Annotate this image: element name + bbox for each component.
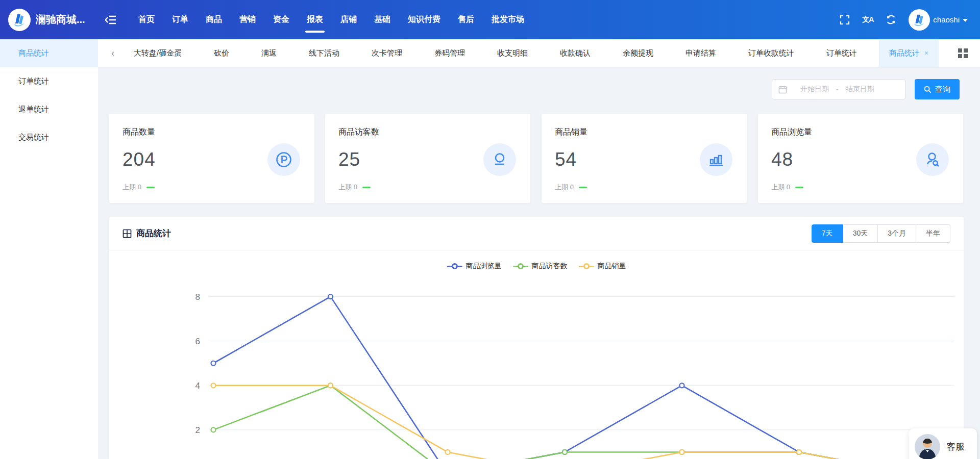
stat-card-title: 商品浏览量 xyxy=(771,127,950,138)
collapse-sidebar-icon[interactable] xyxy=(105,15,116,25)
main-menu: 首页 订单 商品 营销 资金 报表 店铺 基础 知识付费 售后 批发市场 xyxy=(130,0,533,39)
trend-dash-icon xyxy=(362,187,371,188)
sidebar-item-goods-stats[interactable]: 商品统计 xyxy=(0,39,98,67)
trend-dash-icon xyxy=(795,187,803,188)
tab-label: 商品统计 xyxy=(889,48,920,58)
svg-text:4: 4 xyxy=(195,381,200,391)
tab-order-stats[interactable]: 订单统计 xyxy=(816,39,867,67)
stat-card-visitors: 商品访客数 25 上期 0 xyxy=(325,114,530,203)
app-logo-icon xyxy=(8,9,31,31)
stat-card-prev: 上期 0 xyxy=(555,183,587,192)
stat-card-title: 商品数量 xyxy=(122,127,301,138)
svg-text:2: 2 xyxy=(195,425,200,435)
user-search-icon xyxy=(916,143,949,176)
start-date-placeholder: 开始日期 xyxy=(800,85,829,94)
close-tab-icon[interactable]: × xyxy=(924,49,928,57)
fullscreen-icon[interactable] xyxy=(840,15,850,25)
bar-chart-icon xyxy=(700,143,732,176)
query-button-label: 查询 xyxy=(935,85,950,94)
menu-item-basics[interactable]: 基础 xyxy=(365,0,399,39)
app-title: 澜驰商城... xyxy=(36,13,85,27)
stat-card-title: 商品访客数 xyxy=(338,127,517,138)
support-agent-avatar xyxy=(915,434,940,459)
query-button[interactable]: 查询 xyxy=(915,79,960,99)
top-navbar: 澜驰商城... 首页 订单 商品 营销 资金 报表 店铺 基础 知识付费 售后 … xyxy=(0,0,980,39)
menu-item-home[interactable]: 首页 xyxy=(130,0,163,39)
chevron-down-icon xyxy=(963,19,968,22)
svg-text:8: 8 xyxy=(195,292,200,302)
open-tabs-bar: ‹ 大转盘/砸金蛋 砍价 满返 线下活动 次卡管理 券码管理 收支明细 收款确认… xyxy=(98,39,980,67)
trend-dash-icon xyxy=(146,187,155,188)
visitor-icon xyxy=(483,143,516,176)
tabs-scroll-left-icon[interactable]: ‹ xyxy=(98,48,124,59)
tab-apply-settlement[interactable]: 申请结算 xyxy=(675,39,726,67)
stat-card-title: 商品销量 xyxy=(555,127,733,138)
refresh-icon[interactable] xyxy=(886,14,896,25)
tab-full-return[interactable]: 满返 xyxy=(251,39,287,67)
tab-goods-stats[interactable]: 商品统计 × xyxy=(879,39,939,67)
svg-text:6: 6 xyxy=(195,337,200,346)
menu-item-goods[interactable]: 商品 xyxy=(197,0,231,39)
tab-balance-withdraw[interactable]: 余额提现 xyxy=(612,39,664,67)
goods-stats-chart-card: 商品统计 7天 30天 3个月 半年 商品浏览量商品访客数商品销量 2468 xyxy=(109,217,964,459)
trend-dash-icon xyxy=(579,187,587,188)
tab-payment-confirm[interactable]: 收款确认 xyxy=(550,39,601,67)
user-avatar xyxy=(909,9,930,31)
navbar-actions: 文A chaoshi xyxy=(840,9,980,31)
sidebar-item-refund-stats[interactable]: 退单统计 xyxy=(0,95,98,123)
menu-item-store[interactable]: 店铺 xyxy=(332,0,365,39)
user-menu[interactable]: chaoshi xyxy=(909,9,968,31)
tab-lucky-wheel[interactable]: 大转盘/砸金蛋 xyxy=(124,39,192,67)
stat-card-pageviews: 商品浏览量 48 上期 0 xyxy=(758,114,963,203)
brand: 澜驰商城... xyxy=(0,9,100,31)
tab-coupon-code[interactable]: 券码管理 xyxy=(424,39,475,67)
stat-card-prev: 上期 0 xyxy=(771,183,803,192)
stat-card-prev: 上期 0 xyxy=(122,183,155,192)
sidebar-item-trade-stats[interactable]: 交易统计 xyxy=(0,123,98,151)
end-date-placeholder: 结束日期 xyxy=(846,85,874,94)
menu-item-orders[interactable]: 订单 xyxy=(163,0,197,39)
search-icon xyxy=(924,86,932,93)
tab-offline-activity[interactable]: 线下活动 xyxy=(299,39,350,67)
support-label: 客服 xyxy=(946,441,965,453)
tab-times-card[interactable]: 次卡管理 xyxy=(361,39,412,67)
page: 澜驰商城... 首页 订单 商品 营销 资金 报表 店铺 基础 知识付费 售后 … xyxy=(0,0,980,459)
date-separator: - xyxy=(836,85,839,93)
menu-item-aftersale[interactable]: 售后 xyxy=(449,0,483,39)
stat-card-goods-count: 商品数量 204 上期 0 xyxy=(109,114,314,203)
tab-order-payment-stats[interactable]: 订单收款统计 xyxy=(738,39,804,67)
tab-income-detail[interactable]: 收支明细 xyxy=(487,39,538,67)
sidebar: 商品统计 订单统计 退单统计 交易统计 xyxy=(0,39,98,459)
menu-item-marketing[interactable]: 营销 xyxy=(231,0,264,39)
language-switch-icon[interactable]: 文A xyxy=(862,15,873,24)
tabs: 大转盘/砸金蛋 砍价 满返 线下活动 次卡管理 券码管理 收支明细 收款确认 余… xyxy=(124,39,954,67)
tabs-menu-icon[interactable] xyxy=(954,48,980,58)
calendar-icon xyxy=(778,85,787,94)
stat-card-sales: 商品销量 54 上期 0 xyxy=(542,114,747,203)
menu-item-reports[interactable]: 报表 xyxy=(298,0,332,39)
date-range-picker[interactable]: 开始日期 - 结束日期 xyxy=(772,79,905,99)
user-name: chaoshi xyxy=(933,15,960,24)
p-circle-icon xyxy=(267,143,300,176)
sidebar-item-order-stats[interactable]: 订单统计 xyxy=(0,67,98,95)
customer-service-widget[interactable]: 客服 xyxy=(909,428,977,459)
tab-bargain[interactable]: 砍价 xyxy=(204,39,239,67)
line-chart: 2468 xyxy=(109,217,964,459)
menu-item-wholesale[interactable]: 批发市场 xyxy=(483,0,533,39)
stat-card-prev: 上期 0 xyxy=(338,183,371,192)
menu-item-knowledge[interactable]: 知识付费 xyxy=(399,0,449,39)
menu-item-funds[interactable]: 资金 xyxy=(264,0,298,39)
